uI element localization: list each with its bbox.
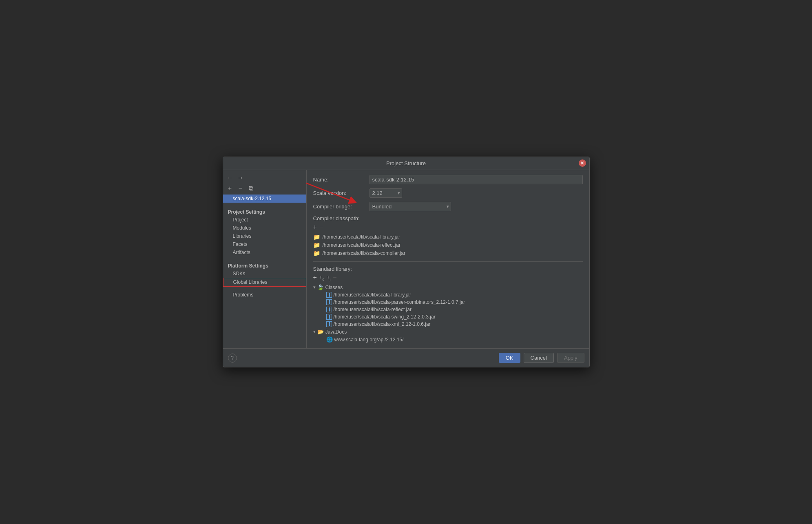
classpath-path-0: /home/user/scala/lib/scala-library.jar	[323, 234, 400, 240]
forward-button[interactable]: →	[236, 173, 245, 182]
classpath-toolbar: + −	[313, 224, 583, 230]
classpath-item-0: 📁 /home/user/scala/lib/scala-library.jar	[313, 233, 583, 241]
scala-version-row: Scala version: 2.12 2.13 3.0	[313, 188, 583, 198]
classpath-item-1: 📁 /home/user/scala/lib/scala-reflect.jar	[313, 241, 583, 249]
javadocs-label: JavaDocs	[325, 329, 347, 335]
sidebar-item-sdks[interactable]: SDKs	[223, 270, 306, 278]
class-path-3: /home/user/scala/lib/scala-swing_2.12-2.…	[334, 314, 436, 320]
back-button[interactable]: ←	[226, 173, 235, 182]
class-item-4: ▐ /home/user/scala/lib/scala-xml_2.12-1.…	[313, 321, 583, 328]
project-settings-header: Project Settings	[223, 207, 306, 216]
add-sdk-button[interactable]: +	[226, 184, 235, 193]
scala-version-label: Scala version:	[313, 190, 366, 196]
section-divider	[313, 261, 583, 262]
bottom-bar: ? OK Cancel Apply	[223, 348, 589, 367]
class-path-0: /home/user/scala/lib/scala-library.jar	[334, 292, 412, 298]
apply-button[interactable]: Apply	[557, 353, 584, 363]
class-item-2: ▐ /home/user/scala/lib/scala-reflect.jar	[313, 306, 583, 313]
std-toolbar: + +0 +j −	[313, 274, 583, 281]
classpath-path-2: /home/user/scala/lib/scala-compiler.jar	[323, 250, 405, 256]
compiler-bridge-row: Compiler bridge: Bundled Custom	[313, 202, 583, 211]
compiler-bridge-select-wrap: Bundled Custom	[369, 202, 451, 211]
dialog-body: ← → + − ⧉ scala-sdk-2.12.15 Project Sett…	[223, 170, 589, 349]
left-panel: ← → + − ⧉ scala-sdk-2.12.15 Project Sett…	[223, 170, 307, 349]
compiler-bridge-label: Compiler bridge:	[313, 203, 366, 210]
folder-icon-1: 📁	[313, 242, 320, 248]
project-structure-dialog: Project Structure ✕ ← → + − ⧉ scala-sdk-…	[223, 157, 590, 368]
javadocs-folder-icon: 📂	[317, 329, 324, 335]
tree-section: ▾ 🍃 Classes ▐ /home/user/scala/lib/scala…	[313, 283, 583, 343]
classpath-path-1: /home/user/scala/lib/scala-reflect.jar	[323, 242, 400, 248]
web-icon: 🌐	[326, 336, 333, 343]
sidebar-item-modules[interactable]: Modules	[223, 224, 306, 232]
jar-icon-3: ▐	[326, 314, 332, 320]
title-bar: Project Structure ✕	[223, 157, 589, 170]
class-path-2: /home/user/scala/lib/scala-reflect.jar	[334, 307, 412, 312]
std-remove-button[interactable]: −	[333, 274, 336, 281]
classpath-add-button[interactable]: +	[313, 224, 317, 230]
classes-chevron: ▾	[313, 285, 316, 290]
class-path-1: /home/user/scala/lib/scala-parser-combin…	[334, 299, 465, 305]
javadocs-item-0: 🌐 www.scala-lang.org/api/2.12.15/	[313, 336, 583, 343]
jar-icon-0: ▐	[326, 292, 332, 298]
right-panel: Name: Scala version: 2.12 2.13 3.0	[307, 170, 589, 349]
name-row: Name:	[313, 175, 583, 184]
ok-button[interactable]: OK	[499, 353, 520, 363]
class-item-0: ▐ /home/user/scala/lib/scala-library.jar	[313, 291, 583, 298]
copy-sdk-button[interactable]: ⧉	[247, 184, 256, 193]
standard-library-label: Standard library:	[313, 266, 583, 272]
sidebar-item-project[interactable]: Project	[223, 216, 306, 224]
jar-icon-4: ▐	[326, 321, 332, 327]
std-add-jar-button[interactable]: +j	[327, 274, 330, 281]
classes-tree-item: ▾ 🍃 Classes	[313, 283, 583, 291]
close-button[interactable]: ✕	[579, 159, 586, 167]
class-item-1: ▐ /home/user/scala/lib/scala-parser-comb…	[313, 298, 583, 306]
sidebar-item-libraries[interactable]: Libraries	[223, 232, 306, 240]
sdk-toolbar: + − ⧉	[223, 184, 306, 195]
sidebar-item-artifacts[interactable]: Artifacts	[223, 248, 306, 256]
compiler-bridge-select[interactable]: Bundled Custom	[369, 202, 451, 211]
class-path-4: /home/user/scala/lib/scala-xml_2.12-1.0.…	[334, 321, 431, 327]
cancel-button[interactable]: Cancel	[524, 353, 554, 363]
classpath-remove-button[interactable]: −	[319, 224, 323, 230]
sdk-item-scala[interactable]: scala-sdk-2.12.15	[223, 195, 306, 203]
dialog-title: Project Structure	[386, 160, 426, 166]
jar-icon-1: ▐	[326, 299, 332, 305]
classes-icon: 🍃	[317, 284, 324, 290]
sidebar-item-global-libraries[interactable]: Global Libraries	[223, 278, 306, 287]
folder-icon-0: 📁	[313, 234, 320, 240]
jar-icon-2: ▐	[326, 307, 332, 312]
remove-sdk-button[interactable]: −	[236, 184, 245, 193]
name-label: Name:	[313, 177, 366, 183]
javadocs-url-0: www.scala-lang.org/api/2.12.15/	[334, 337, 404, 343]
class-item-3: ▐ /home/user/scala/lib/scala-swing_2.12-…	[313, 313, 583, 321]
javadocs-tree-item: ▾ 📂 JavaDocs	[313, 328, 583, 336]
folder-icon-2: 📁	[313, 250, 320, 256]
classes-label: Classes	[325, 285, 343, 290]
javadocs-chevron: ▾	[313, 329, 316, 334]
std-add-class-button[interactable]: +0	[319, 274, 324, 281]
sidebar-item-problems[interactable]: Problems	[223, 291, 306, 299]
scala-version-select-wrap: 2.12 2.13 3.0	[369, 188, 402, 198]
sidebar-item-facets[interactable]: Facets	[223, 240, 306, 248]
name-input[interactable]	[369, 175, 583, 184]
scala-version-select[interactable]: 2.12 2.13 3.0	[369, 188, 402, 198]
classpath-item-2: 📁 /home/user/scala/lib/scala-compiler.ja…	[313, 249, 583, 257]
help-button[interactable]: ?	[228, 354, 237, 363]
nav-toolbar: ← →	[223, 173, 306, 184]
std-add-button[interactable]: +	[313, 274, 317, 281]
platform-settings-header: Platform Settings	[223, 261, 306, 270]
compiler-classpath-label: Compiler classpath:	[313, 215, 583, 221]
